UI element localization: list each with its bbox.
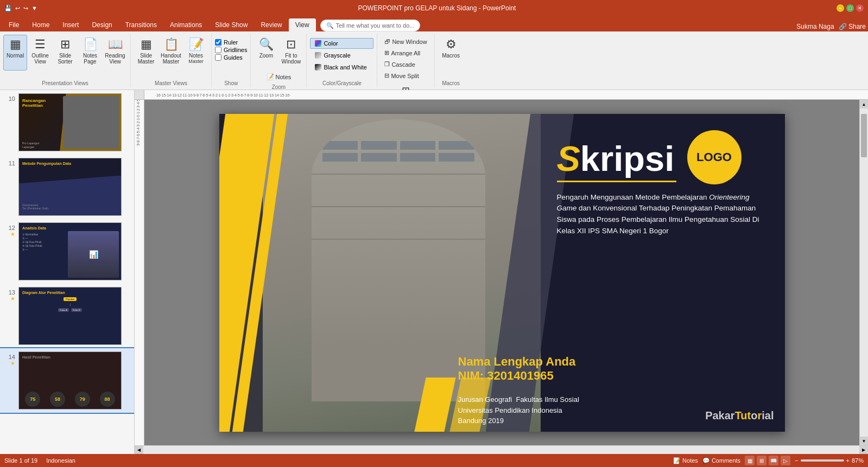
notes-master-button[interactable]: 📝 Notes Master [184, 35, 208, 71]
cascade-label: Cascade [391, 61, 415, 68]
tell-me-box[interactable]: 🔍 Tell me what you want to do... [320, 20, 421, 31]
zoom-in-button[interactable]: + [846, 457, 850, 464]
window-title: POWERPOINT pro GELAP untuk Sidang - Powe… [37, 4, 837, 12]
tab-slideshow[interactable]: Slide Show [208, 18, 254, 31]
brand-highlight2: r [757, 410, 762, 421]
slideshow-view-status-button[interactable]: ▷ [781, 456, 790, 465]
cascade-icon: ❐ [384, 61, 390, 68]
zoom-button[interactable]: 🔍 Zoom [254, 35, 278, 71]
reading-view-status-button[interactable]: 📖 [769, 456, 778, 465]
slide-thumb-14[interactable]: 14 ★ Hasil Penelitian 75 58 79 88 [0, 348, 134, 413]
notes-button[interactable]: 📝 Notes [263, 72, 295, 82]
tab-animations[interactable]: Animations [163, 18, 208, 31]
sorter-view-status-button[interactable]: ⊞ [757, 456, 766, 465]
reading-view-button[interactable]: 📖 Reading View [103, 35, 127, 71]
customize-icon[interactable]: ▼ [31, 5, 37, 11]
slide-master-button[interactable]: ▦ Slide Master [134, 35, 158, 71]
gridlines-input[interactable] [215, 47, 221, 53]
h-scroll-track [143, 446, 859, 454]
ruler-input[interactable] [215, 39, 221, 46]
tab-view[interactable]: View [289, 18, 316, 31]
tab-insert[interactable]: Insert [56, 18, 85, 31]
gridlines-checkbox[interactable]: Gridlines [215, 47, 247, 53]
fit-to-window-label: Fit toWindow [282, 53, 301, 65]
outline-view-button[interactable]: ☰ Outline View [28, 35, 52, 71]
notes-master-label: Notes [189, 53, 203, 59]
notes-master-icon: 📝 [189, 37, 204, 52]
notes-page-button[interactable]: 📄 Notes Page [78, 35, 102, 71]
thumb11-title: Metode Pengumpulan Data [22, 162, 71, 165]
outline-view-icon: ☰ [35, 37, 46, 52]
kripsi-text: kripsi [580, 139, 674, 178]
name-title: Nama Lengkap Anda [458, 355, 774, 369]
save-icon[interactable]: 💾 [4, 5, 12, 12]
share-button[interactable]: 🔗 Share [839, 23, 866, 30]
slide-info: Slide 1 of 19 [4, 457, 37, 464]
move-split-button[interactable]: ⊟ Move Split [381, 71, 430, 81]
grayscale-button[interactable]: Grayscale [310, 50, 373, 61]
slide-thumb-11[interactable]: 11 Metode Pengumpulan Data DokumentasiTe… [0, 155, 134, 219]
thumb11-labels: DokumentasiTes (Pemberian Soal) [22, 203, 48, 210]
macros-icon: ⚙ [446, 37, 457, 52]
notes-status-label: Notes [682, 457, 698, 464]
tab-review[interactable]: Review [254, 18, 288, 31]
comments-status-button[interactable]: 💬 Comments [702, 457, 740, 464]
black-white-button[interactable]: Black and White [310, 62, 373, 73]
title-bar: 💾 ↩ ↪ ▼ POWERPOINT pro GELAP untuk Sidan… [0, 0, 868, 16]
name-box: Nama Lengkap Anda NIM: 3201401965 [458, 355, 774, 383]
scroll-thumb[interactable] [861, 114, 867, 157]
redo-icon[interactable]: ↪ [23, 5, 28, 12]
arrange-all-button[interactable]: ⊞ Arrange All [381, 48, 430, 58]
slide-thumb-10[interactable]: 10 RancanganPenelitian Pro LapanganLapan… [0, 90, 134, 155]
normal-view-button[interactable]: ▦ Normal [3, 35, 27, 71]
tell-me-label: Tell me what you want to do... [336, 22, 415, 29]
ruler-checkbox[interactable]: Ruler [215, 39, 247, 46]
zoom-group: 🔍 Zoom ⊡ Fit toWindow 📝 Notes Zoom [251, 34, 307, 87]
guides-checkbox[interactable]: Guides [215, 54, 247, 61]
scroll-right-button[interactable]: ▶ [859, 446, 868, 455]
comments-status-label: Comments [712, 457, 740, 464]
scroll-left-button[interactable]: ◀ [135, 446, 143, 455]
zoom-slider[interactable] [801, 459, 844, 462]
handout-master-button[interactable]: 📋 Handout Master [159, 35, 183, 71]
ruler-corner [135, 90, 144, 100]
zoom-out-button[interactable]: − [795, 457, 798, 464]
slide-master-icon: ▦ [141, 37, 152, 52]
macros-button[interactable]: ⚙ Macros [439, 35, 463, 71]
ribbon: ▦ Normal ☰ Outline View ⊞ Slide Sorter 📄… [0, 31, 868, 90]
tab-home[interactable]: Home [26, 18, 56, 31]
undo-icon[interactable]: ↩ [15, 5, 20, 12]
slide-sorter-button[interactable]: ⊞ Slide Sorter [53, 35, 77, 71]
slide-thumb-12[interactable]: 12 ★ Analisis Data 📊 ① Normalitas② —③ Uj… [0, 219, 134, 284]
cascade-button[interactable]: ❐ Cascade [381, 59, 430, 69]
new-window-button[interactable]: 🗗 New Window [381, 37, 430, 47]
tab-transitions[interactable]: Transitions [119, 18, 163, 31]
slide-master-label: Slide Master [136, 53, 156, 65]
horizontal-ruler: ·16·15·14·13·12·11·10·9·8·7·6·5·4·3·2·1·… [135, 90, 868, 100]
guides-input[interactable] [215, 54, 221, 61]
show-group: Ruler Gridlines Guides Show [212, 34, 251, 87]
show-label: Show [224, 79, 238, 86]
tab-design[interactable]: Design [85, 18, 118, 31]
minimize-button[interactable]: − [837, 4, 844, 12]
maximize-button[interactable]: □ [846, 4, 854, 12]
normal-view-status-button[interactable]: ▦ [745, 456, 755, 465]
tab-file[interactable]: File [2, 18, 26, 31]
presentation-views-label: Presentation Views [42, 79, 88, 86]
quick-access-toolbar: 💾 ↩ ↪ ▼ [4, 5, 37, 12]
slide-thumb-13[interactable]: 13 ★ Diagram Alur Penelitian Populasi ↓ … [0, 284, 134, 348]
color-grayscale-group: Color Grayscale Black and White Color/Gr… [307, 34, 377, 87]
slide-13-star: ★ [10, 296, 15, 302]
color-button[interactable]: Color [310, 38, 373, 49]
scroll-down-button[interactable]: ▼ [860, 437, 869, 445]
close-button[interactable]: ✕ [856, 4, 864, 12]
scroll-up-button[interactable]: ▲ [860, 100, 869, 108]
fit-to-window-button[interactable]: ⊡ Fit toWindow [279, 35, 303, 71]
arrange-all-icon: ⊞ [384, 49, 389, 56]
vertical-scrollbar: ▲ ▼ [859, 100, 868, 445]
notes-status-button[interactable]: 📝 Notes [673, 457, 698, 464]
thumb14-title: Hasil Penelitian [22, 355, 50, 359]
handout-master-label: Handout Master [161, 53, 181, 65]
slide-num-14-label: 14 [9, 354, 15, 360]
grayscale-dot [315, 52, 321, 59]
